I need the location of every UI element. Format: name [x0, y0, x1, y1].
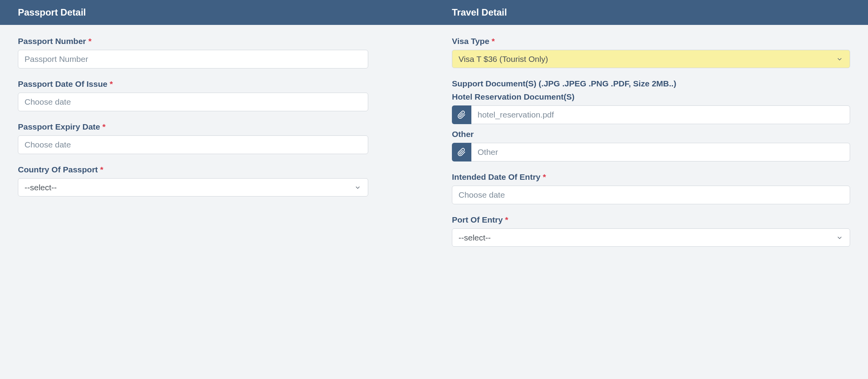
- passport-issue-date-label: Passport Date Of Issue *: [18, 79, 416, 89]
- other-attach-button[interactable]: [452, 143, 471, 161]
- port-of-entry-select[interactable]: --select--: [452, 228, 850, 247]
- hotel-reservation-file-group: [452, 105, 850, 124]
- other-file-input[interactable]: [471, 143, 850, 161]
- country-of-passport-group: Country Of Passport * --select--: [18, 165, 416, 197]
- support-document-label: Support Document(S) (.JPG .JPEG .PNG .PD…: [452, 79, 850, 88]
- country-of-passport-label: Country Of Passport *: [18, 165, 416, 174]
- label-text: Country Of Passport: [18, 165, 98, 174]
- label-text: Passport Expiry Date: [18, 122, 100, 131]
- country-of-passport-select[interactable]: --select--: [18, 178, 368, 197]
- form-body: Passport Number * Passport Date Of Issue…: [0, 25, 868, 269]
- label-text: Passport Number: [18, 37, 86, 46]
- required-mark: *: [100, 165, 103, 174]
- passport-expiry-date-group: Passport Expiry Date *: [18, 122, 416, 154]
- other-file-group: [452, 143, 850, 161]
- intended-entry-date-group: Intended Date Of Entry *: [452, 172, 850, 204]
- paperclip-icon: [457, 111, 466, 119]
- passport-number-group: Passport Number *: [18, 37, 416, 68]
- visa-type-group: Visa Type * Visa T $36 (Tourist Only): [452, 37, 850, 68]
- intended-entry-date-input[interactable]: [452, 186, 850, 204]
- travel-header-col: Travel Detail: [434, 0, 868, 25]
- passport-issue-date-input[interactable]: [18, 93, 368, 111]
- hotel-reservation-label: Hotel Reservation Document(S): [452, 92, 850, 102]
- intended-entry-date-label: Intended Date Of Entry *: [452, 172, 850, 182]
- hotel-reservation-attach-button[interactable]: [452, 105, 471, 124]
- required-mark: *: [102, 122, 105, 131]
- passport-number-input[interactable]: [18, 50, 368, 68]
- passport-column: Passport Number * Passport Date Of Issue…: [0, 37, 434, 258]
- visa-type-select[interactable]: Visa T $36 (Tourist Only): [452, 50, 850, 68]
- label-text: Port Of Entry: [452, 215, 503, 224]
- paperclip-icon: [457, 148, 466, 156]
- section-header: Passport Detail Travel Detail: [0, 0, 868, 25]
- port-of-entry-label: Port Of Entry *: [452, 215, 850, 225]
- required-mark: *: [88, 37, 91, 46]
- port-of-entry-group: Port Of Entry * --select--: [452, 215, 850, 247]
- travel-column: Visa Type * Visa T $36 (Tourist Only) Su…: [434, 37, 868, 258]
- label-text: Visa Type: [452, 37, 489, 46]
- passport-detail-title: Passport Detail: [18, 7, 86, 18]
- required-mark: *: [543, 172, 546, 181]
- required-mark: *: [492, 37, 495, 46]
- support-document-group: Support Document(S) (.JPG .JPEG .PNG .PD…: [452, 79, 850, 161]
- visa-type-select-wrapper: Visa T $36 (Tourist Only): [452, 50, 850, 68]
- passport-header-col: Passport Detail: [0, 0, 434, 25]
- hotel-reservation-file-input[interactable]: [471, 105, 850, 124]
- country-select-wrapper: --select--: [18, 178, 368, 197]
- passport-number-label: Passport Number *: [18, 37, 416, 46]
- label-text: Intended Date Of Entry: [452, 172, 541, 181]
- label-text: Passport Date Of Issue: [18, 79, 107, 88]
- passport-expiry-date-input[interactable]: [18, 135, 368, 154]
- travel-detail-title: Travel Detail: [452, 7, 507, 18]
- required-mark: *: [505, 215, 508, 224]
- passport-expiry-date-label: Passport Expiry Date *: [18, 122, 416, 132]
- required-mark: *: [110, 79, 113, 88]
- passport-issue-date-group: Passport Date Of Issue *: [18, 79, 416, 111]
- visa-type-label: Visa Type *: [452, 37, 850, 46]
- other-doc-label: Other: [452, 130, 850, 139]
- port-select-wrapper: --select--: [452, 228, 850, 247]
